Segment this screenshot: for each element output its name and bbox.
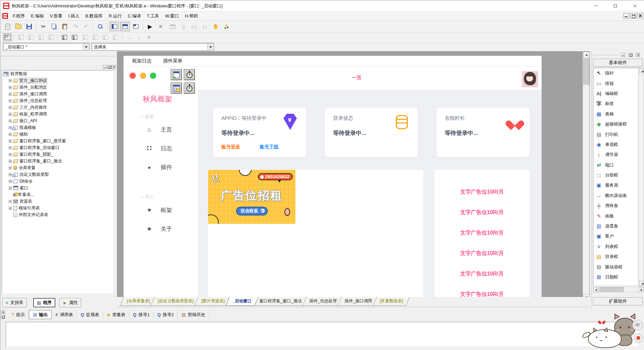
document-tab[interactable]: [自定义数据类型表] [151,297,201,306]
text-ad-item[interactable]: 文字广告位10R/月 [434,243,530,264]
tree-item[interactable]: 三方_内存操作 [2,104,114,111]
output-tab[interactable]: Q 搜寻2 [154,310,178,319]
tree-item[interactable]: 模块引用表 [2,205,114,211]
expand-plus-icon[interactable] [9,119,12,122]
tree-item[interactable]: 辅助 [2,131,114,138]
center-horizontal-button[interactable] [60,33,69,41]
component-list-hscrollbar[interactable] [593,287,644,292]
tab-support-library[interactable]: ≡ 支持库 [2,298,27,307]
expand-plus-icon[interactable] [9,99,12,102]
component-item[interactable]: ↔ 横向滚动条 [593,191,638,201]
ad-banner[interactable]: !! 2931420832 广告位招租 双击联系 [208,170,296,224]
expand-plus-icon[interactable] [9,146,12,149]
center-vertical-button[interactable] [70,33,79,41]
fit-height-button[interactable]: ↕ [135,33,143,41]
scroll-up-icon[interactable] [583,52,590,58]
step-out-button[interactable]: {-} [200,22,210,31]
save-button[interactable] [24,22,34,31]
expand-plus-icon[interactable] [9,166,12,169]
tree-item[interactable]: 外部文件记录表 [2,211,114,218]
output-tab[interactable]: ▤ 输出 [29,310,52,319]
expand-plus-icon[interactable] [9,187,12,190]
component-item[interactable]: ▤ 打印机 [593,129,638,139]
tree-item[interactable]: 窗口程序集_启动窗口 [2,144,114,151]
menu-item[interactable]: B.数据库 [83,11,106,20]
document-tab[interactable]: _启动窗口 [225,297,259,306]
output-tab[interactable]: # 调用表 [52,310,77,319]
menu-item[interactable]: C.编译 [125,11,144,20]
nav-item[interactable]: 日志 [146,139,172,158]
design-timer2-component-icon[interactable] [184,83,195,94]
tree-item[interactable]: 插件_信息处理 [2,97,114,104]
ime-tool-button[interactable] [634,333,643,343]
tab-program[interactable]: ▤ 程序 [33,298,55,307]
new-file-button[interactable] [3,22,12,31]
component-item[interactable]: ▣ 客户 [593,231,638,241]
expand-plus-icon[interactable] [9,200,12,203]
designer-vertical-scrollbar[interactable] [583,52,589,300]
component-item[interactable]: ⊟ 驱动器框 [593,262,638,272]
tree-item[interactable]: 投递模板 [2,124,114,131]
scroll-left-icon[interactable] [593,287,599,292]
palette-float-button[interactable] [629,53,633,57]
component-item[interactable]: ╪ 滑块条 [593,201,638,211]
open-file-button[interactable] [14,22,23,31]
undo-button[interactable]: ↶ [82,22,91,31]
menu-item[interactable]: F.程序 [10,11,28,20]
debug-window-button[interactable] [168,22,177,31]
preview-menu-item[interactable]: 插件菜单 [163,58,182,64]
palette-close-button[interactable] [636,53,640,57]
fit-both-button[interactable]: ⊕ [145,33,153,41]
component-item[interactable]: ◉ 单选框 [593,140,638,150]
expand-plus-icon[interactable] [9,106,12,109]
output-tab[interactable]: Q 监视表 [77,310,103,319]
align-right-button[interactable] [26,33,35,41]
component-item[interactable]: ✎ 画板 [593,211,638,221]
toggle-corner-panel-button[interactable] [131,22,141,31]
expand-plus-icon[interactable] [9,153,12,156]
text-ad-item[interactable]: 文字广告位10R/月 [434,223,530,243]
toggle-bottom-panel-button[interactable] [120,22,130,31]
component-item[interactable]: ≡ 列表框 [593,242,638,252]
document-tab[interactable]: 插件_信息处理 [302,297,344,306]
expand-plus-icon[interactable] [9,207,12,210]
find-button[interactable] [96,22,105,31]
document-tab[interactable]: 插件_接口调用 [337,297,379,306]
expand-plus-icon[interactable] [9,173,12,176]
chevron-down-icon[interactable] [83,44,89,50]
output-float-button[interactable] [1,315,5,319]
fit-width-button[interactable]: ↔ [124,33,133,41]
menu-item[interactable]: T.工具 [144,11,162,20]
align-bottom-button[interactable] [47,33,55,41]
mdi-close-button[interactable] [637,13,643,18]
nav-item[interactable]: 框架 [146,201,172,219]
minimize-button[interactable] [586,0,605,11]
design-timer1-component-icon[interactable] [184,69,195,80]
expand-plus-icon[interactable] [9,113,12,116]
component-item[interactable]: ▭ 按钮 [593,78,638,88]
text-ad-item[interactable]: 文字广告位10R/月 [434,202,530,223]
nav-item[interactable]: 主页 [146,120,172,139]
design-browser-component-icon[interactable] [171,69,182,80]
redo-button[interactable]: ↷ [71,22,80,31]
tree-root[interactable]: 程序数据 [2,70,114,77]
component-item[interactable]: 字 标签 [593,99,638,109]
component-item[interactable]: ⊞ 日期框 [593,272,638,282]
account-logout-link[interactable]: 账号下线 [260,144,278,150]
step-into-button[interactable]: {} [179,22,188,31]
folder-selector-combo[interactable]: 选择夹 [92,43,214,51]
output-text-area[interactable] [6,322,640,347]
component-item[interactable]: ↖ 指针 [593,68,638,78]
tree-item[interactable]: Dll命令 [2,178,114,185]
document-tab[interactable]: 窗口程序集_窗口_激活 [252,297,309,306]
pause-hand-button[interactable]: ✋ [211,22,220,31]
output-close-button[interactable] [1,310,5,314]
paste-button[interactable] [60,22,69,31]
mdi-restore-button[interactable] [630,13,636,18]
basic-components-header[interactable]: 基本组件 [593,59,643,67]
step-over-button[interactable]: {+} [190,22,199,31]
text-ad-item[interactable]: 文字广告位10R/月 [434,264,530,284]
output-tab[interactable]: Q 搜寻1 [129,310,154,319]
tree-item[interactable]: 插件_接口调用 [2,91,114,97]
window-selector-combo[interactable]: _启动窗口 * [3,43,90,51]
